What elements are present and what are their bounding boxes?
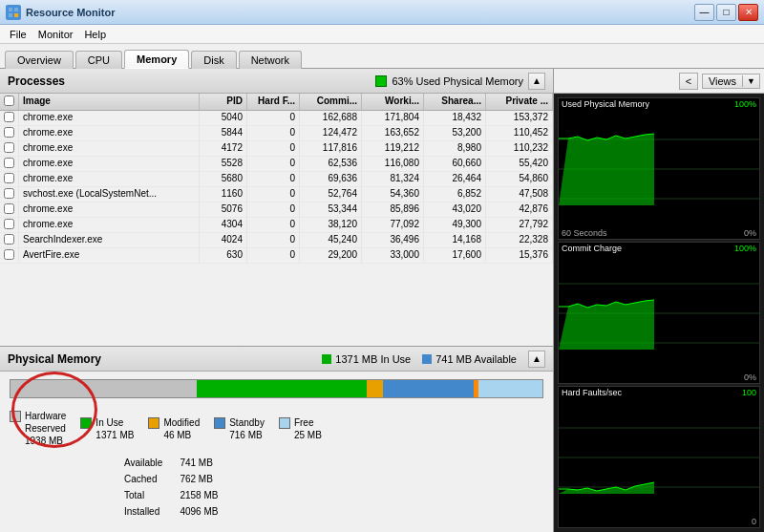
memory-bar — [10, 379, 543, 398]
collapse-button[interactable]: ▲ — [528, 73, 545, 90]
row-hardf: 0 — [247, 248, 300, 263]
row-private: 22,328 — [486, 233, 553, 247]
row-check[interactable] — [0, 218, 19, 232]
chart3-bottom: 0 — [559, 517, 759, 527]
row-working: 54,360 — [362, 187, 424, 202]
bar-free — [478, 380, 542, 397]
row-shareable: 6,852 — [424, 187, 486, 202]
stat-available-value: 741 MB — [170, 455, 225, 471]
row-check[interactable] — [0, 157, 19, 171]
table-row[interactable]: chrome.exe 4172 0 117,816 119,212 8,980 … — [0, 141, 553, 157]
table-header: Image PID Hard F... Commi... Worki... Sh… — [0, 94, 553, 111]
stat-available-label: Available — [124, 455, 170, 471]
row-shareable: 60,660 — [424, 157, 486, 171]
menu-file[interactable]: File — [4, 28, 32, 41]
row-working: 116,080 — [362, 157, 424, 171]
right-panel: < Views ▼ Used Physical Memory 100% — [554, 69, 764, 532]
tab-disk[interactable]: Disk — [191, 51, 236, 69]
minimize-button[interactable]: — — [694, 4, 714, 21]
row-hardf: 0 — [247, 202, 300, 217]
row-image: chrome.exe — [19, 218, 200, 232]
row-shareable: 53,200 — [424, 126, 486, 140]
row-pid: 5528 — [200, 157, 247, 171]
views-button[interactable]: Views ▼ — [702, 74, 760, 89]
row-check[interactable] — [0, 172, 19, 186]
left-panel: Processes 63% Used Physical Memory ▲ Ima… — [0, 69, 554, 532]
row-working: 171,804 — [362, 111, 424, 125]
legend-free-color — [279, 417, 290, 429]
row-check[interactable] — [0, 248, 19, 263]
table-row[interactable]: chrome.exe 5040 0 162,688 171,804 18,432… — [0, 111, 553, 126]
row-commit: 62,536 — [300, 157, 362, 171]
legend-reserved-text: HardwareReserved1938 MB — [25, 410, 66, 447]
table-row[interactable]: chrome.exe 5680 0 69,636 81,324 26,464 5… — [0, 172, 553, 187]
chart-hardfaults: Hard Faults/sec 100 — [558, 386, 760, 528]
row-working: 163,652 — [362, 126, 424, 140]
bar-standby — [383, 380, 474, 397]
maximize-button[interactable]: □ — [716, 4, 736, 21]
table-row[interactable]: SearchIndexer.exe 4024 0 45,240 36,496 1… — [0, 233, 553, 248]
table-row[interactable]: chrome.exe 5844 0 124,472 163,652 53,200… — [0, 126, 553, 141]
row-hardf: 0 — [247, 126, 300, 140]
views-arrow-icon: ▼ — [742, 75, 759, 87]
chart3-title: Hard Faults/sec 100 — [559, 387, 759, 398]
chart-physical-memory: Used Physical Memory 100% — [558, 97, 760, 240]
row-check[interactable] — [0, 202, 19, 217]
col-check[interactable] — [0, 94, 19, 110]
stat-cached-label: Cached — [124, 471, 170, 487]
tab-memory[interactable]: Memory — [124, 50, 189, 69]
row-hardf: 0 — [247, 172, 300, 186]
row-working: 33,000 — [362, 248, 424, 263]
row-working: 81,324 — [362, 172, 424, 186]
expand-button[interactable]: < — [679, 73, 698, 90]
col-image[interactable]: Image — [19, 94, 200, 110]
row-check[interactable] — [0, 126, 19, 140]
row-image: AvertFire.exe — [19, 248, 200, 263]
close-button[interactable]: ✕ — [738, 4, 758, 21]
row-pid: 630 — [200, 248, 247, 263]
chart1-bottom: 60 Seconds 0% — [559, 228, 759, 239]
svg-rect-2 — [9, 13, 12, 17]
tab-network[interactable]: Network — [239, 51, 302, 69]
row-private: 47,508 — [486, 187, 553, 202]
col-private[interactable]: Private ... — [486, 94, 553, 110]
col-hardf[interactable]: Hard F... — [247, 94, 300, 110]
row-private: 110,232 — [486, 141, 553, 156]
row-pid: 1160 — [200, 187, 247, 202]
row-check[interactable] — [0, 141, 19, 156]
stat-cached-value: 762 MB — [170, 471, 225, 487]
bar-modified — [367, 380, 383, 397]
window-controls: — □ ✕ — [694, 4, 758, 21]
legend-standby-color — [214, 417, 225, 429]
row-hardf: 0 — [247, 157, 300, 171]
menu-monitor[interactable]: Monitor — [32, 28, 79, 41]
processes-status: 63% Used Physical Memory — [392, 75, 523, 87]
stat-total-label: Total — [124, 487, 170, 503]
row-private: 153,372 — [486, 111, 553, 125]
row-shareable: 18,432 — [424, 111, 486, 125]
table-row[interactable]: chrome.exe 4304 0 38,120 77,092 49,300 2… — [0, 218, 553, 233]
chart2-bottom: 0% — [559, 372, 759, 383]
tab-cpu[interactable]: CPU — [75, 51, 122, 69]
menu-help[interactable]: Help — [78, 28, 112, 41]
row-hardf: 0 — [247, 111, 300, 125]
col-working[interactable]: Worki... — [362, 94, 424, 110]
table-row[interactable]: svchost.exe (LocalSystemNet... 1160 0 52… — [0, 187, 553, 202]
svg-rect-3 — [14, 13, 18, 17]
table-body: chrome.exe 5040 0 162,688 171,804 18,432… — [0, 111, 553, 346]
row-check[interactable] — [0, 111, 19, 125]
physical-collapse-button[interactable]: ▲ — [528, 351, 545, 368]
tab-overview[interactable]: Overview — [5, 51, 74, 69]
col-shareable[interactable]: Sharea... — [424, 94, 486, 110]
chart1-canvas — [559, 110, 759, 228]
table-row[interactable]: AvertFire.exe 630 0 29,200 33,000 17,600… — [0, 248, 553, 264]
chart3-canvas — [559, 398, 759, 517]
table-row[interactable]: chrome.exe 5528 0 62,536 116,080 60,660 … — [0, 157, 553, 172]
col-pid[interactable]: PID — [200, 94, 247, 110]
stat-total-value: 2158 MB — [170, 487, 225, 503]
legend-modified-color — [148, 417, 159, 429]
row-check[interactable] — [0, 233, 19, 247]
row-check[interactable] — [0, 187, 19, 202]
table-row[interactable]: chrome.exe 5076 0 53,344 85,896 43,020 4… — [0, 202, 553, 218]
col-commit[interactable]: Commi... — [300, 94, 362, 110]
